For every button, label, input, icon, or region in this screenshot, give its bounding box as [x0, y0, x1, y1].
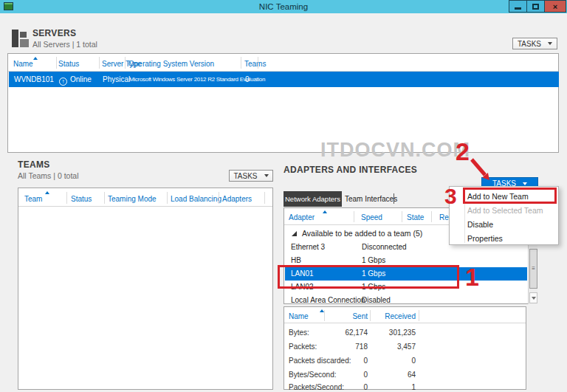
adapters-col-speed[interactable]: Speed [361, 213, 382, 221]
close-button[interactable]: × [544, 0, 566, 13]
statistics-table: Name Sent Received Bytes: 62,174 301,235… [284, 306, 526, 390]
chevron-down-icon [548, 42, 552, 45]
adapter-group-row[interactable]: Available to be added to a team (5) [292, 229, 422, 238]
menu-item-add-to-selected-team: Add to Selected Team [467, 204, 556, 218]
servers-section-subtitle: All Servers | 1 total [32, 40, 97, 49]
chevron-down-icon [264, 174, 269, 177]
servers-col-name[interactable]: Name [13, 60, 33, 68]
adapters-section-title: ADAPTERS AND INTERFACES [284, 165, 417, 175]
server-name: WVNDB101 [14, 75, 54, 83]
maximize-icon [532, 4, 539, 10]
close-icon: × [553, 2, 557, 11]
stats-col-sent[interactable]: Sent [327, 312, 368, 320]
annotation-box-step1 [278, 265, 459, 289]
server-status: ↑Online [59, 75, 92, 86]
servers-tasks-button[interactable]: TASKS [512, 38, 557, 49]
stats-col-name[interactable]: Name [289, 312, 309, 320]
teams-col-status[interactable]: Status [71, 195, 92, 203]
server-teams-count: 0 [245, 75, 250, 83]
servers-tasks-label: TASKS [518, 40, 541, 48]
sort-asc-icon [45, 191, 49, 194]
annotation-number-3: 3 [444, 184, 457, 209]
teams-section-subtitle: All Teams | 0 total [18, 171, 79, 180]
servers-col-os[interactable]: Operating System Version [128, 60, 214, 68]
servers-col-status[interactable]: Status [58, 60, 79, 68]
minimize-icon [515, 7, 521, 10]
stats-col-received[interactable]: Received [373, 312, 416, 320]
teams-table: Team Status Teaming Mode Load Balancing … [18, 188, 273, 390]
teams-col-adapters[interactable]: Adapters [222, 195, 252, 203]
servers-table: Name Status Server Type Operating System… [7, 53, 559, 153]
server-type: Physical [103, 75, 130, 83]
scrollbar-down-button[interactable] [529, 292, 537, 303]
group-label: Available to be added to a team (5) [302, 229, 422, 238]
group-expanded-icon [292, 231, 297, 236]
servers-icon [12, 30, 30, 47]
adapters-col-adapter[interactable]: Adapter [289, 213, 315, 221]
adapter-row-local-area-connection[interactable]: Local Area ConnectionDisabled [285, 294, 527, 304]
adapters-col-state[interactable]: State [407, 213, 424, 221]
teams-col-mode[interactable]: Teaming Mode [108, 195, 157, 203]
teams-tasks-button[interactable]: TASKS [229, 170, 273, 182]
sort-asc-icon [33, 57, 38, 60]
table-row-server[interactable]: WVNDB101 ↑Online Physical Microsoft Wind… [9, 72, 559, 87]
sort-asc-icon [323, 210, 327, 213]
online-up-arrow-icon: ↑ [59, 78, 67, 86]
maximize-button[interactable] [526, 0, 545, 13]
minimize-button[interactable] [509, 0, 527, 13]
annotation-arrow-step2 [465, 157, 498, 185]
annotation-box-step3 [463, 188, 557, 204]
servers-section-title: SERVERS [32, 28, 97, 38]
watermark-text: ITDOCVN.COM [320, 139, 470, 162]
annotation-number-1: 1 [465, 263, 479, 292]
titlebar: NIC Teaming × [0, 0, 567, 13]
teams-col-loadbal[interactable]: Load Balancing [171, 195, 221, 203]
window-title: NIC Teaming [0, 0, 567, 13]
tab-team-interfaces[interactable]: Team Interfaces [345, 191, 397, 207]
tab-network-adapters[interactable]: Network Adapters [284, 191, 342, 207]
teams-col-team[interactable]: Team [24, 195, 42, 203]
menu-item-disable[interactable]: Disable [467, 218, 556, 232]
menu-item-properties[interactable]: Properties [467, 232, 556, 246]
teams-tasks-label: TASKS [233, 172, 257, 180]
scrollbar-thumb[interactable]: ≡ [529, 249, 537, 289]
servers-col-teams[interactable]: Teams [244, 60, 266, 68]
chevron-down-icon [523, 182, 527, 185]
teams-section-title: TEAMS [18, 159, 79, 170]
chevron-down-icon [532, 297, 536, 300]
tab-divider [394, 193, 394, 204]
